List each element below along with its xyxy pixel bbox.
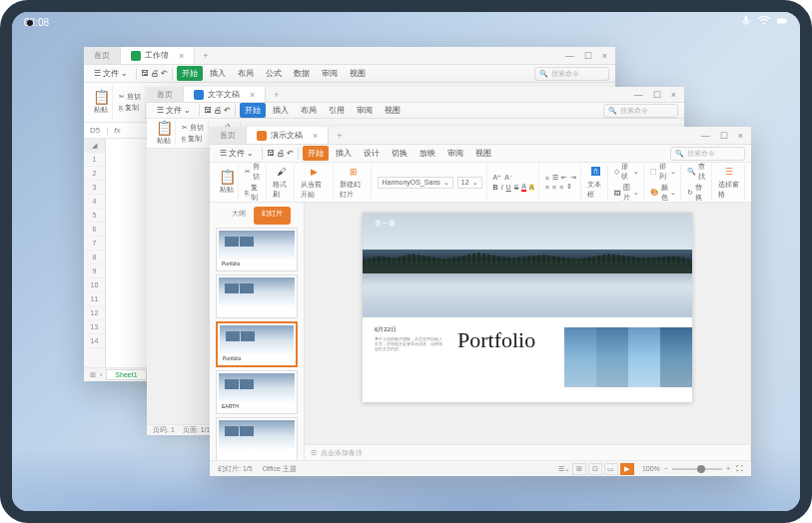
font-smaller-icon[interactable]: A⁻ xyxy=(504,174,513,182)
print-icon[interactable]: 🖨 xyxy=(151,69,159,78)
undo-icon[interactable]: ↶ xyxy=(287,149,294,158)
home-tab[interactable]: 首页 xyxy=(147,87,184,102)
add-tab-icon[interactable]: + xyxy=(266,90,287,100)
slides-tab[interactable]: 幻灯片 xyxy=(254,207,291,225)
undo-icon[interactable]: ↶ xyxy=(161,69,168,78)
outline-tab[interactable]: 大纲 xyxy=(224,207,254,225)
menu-layout[interactable]: 布局 xyxy=(233,66,259,81)
menu-start[interactable]: 开始 xyxy=(177,66,203,81)
zoom-slider[interactable] xyxy=(672,468,722,470)
normal-view-button[interactable]: ⊞ xyxy=(572,463,586,475)
zoom-thumb[interactable] xyxy=(697,465,705,473)
highlight-button[interactable]: A xyxy=(529,184,534,191)
copy-button[interactable]: ⎘ 复制 xyxy=(245,183,262,203)
row-header[interactable]: 10 xyxy=(84,278,105,292)
menu-review[interactable]: 审阅 xyxy=(317,66,343,81)
minimize-button[interactable]: — xyxy=(634,90,643,100)
image-button[interactable]: 🖼 图片⌄ xyxy=(614,183,639,203)
paste-group[interactable]: 📋 粘贴 xyxy=(153,121,176,146)
copy-button[interactable]: ⎘ 复制 xyxy=(119,103,139,113)
print-icon[interactable]: 🖨 xyxy=(277,149,285,158)
new-slide-group[interactable]: ⊞ 新建幻灯片 xyxy=(336,165,373,200)
arrange-button[interactable]: ⬚ 排列⌄ xyxy=(650,162,676,182)
home-tab[interactable]: 首页 xyxy=(84,47,121,64)
save-icon[interactable]: 🖫 xyxy=(204,106,212,115)
menu-layout[interactable]: 布局 xyxy=(296,103,322,118)
file-menu[interactable]: ☰ 文件 ⌄ xyxy=(216,148,258,159)
align-center-icon[interactable]: ≡ xyxy=(552,184,556,191)
zoom-out-button[interactable]: − xyxy=(664,465,668,472)
row-header[interactable]: 12 xyxy=(84,306,105,320)
row-header[interactable]: 2 xyxy=(84,167,105,181)
row-header[interactable]: 3 xyxy=(84,181,105,195)
row-header[interactable]: 13 xyxy=(84,320,105,334)
row-header[interactable]: 9 xyxy=(84,264,105,278)
indent-left-icon[interactable]: ⇤ xyxy=(561,174,567,182)
menu-formula[interactable]: 公式 xyxy=(261,66,287,81)
menu-insert[interactable]: 插入 xyxy=(205,66,231,81)
menu-start[interactable]: 开始 xyxy=(303,146,329,161)
close-button[interactable]: × xyxy=(738,131,743,141)
add-tab-icon[interactable]: + xyxy=(329,131,350,141)
font-size-select[interactable]: 12 ⌄ xyxy=(457,177,482,189)
menu-transition[interactable]: 切换 xyxy=(387,146,412,161)
align-right-icon[interactable]: ≡ xyxy=(559,184,563,191)
document-tab[interactable]: 文字文稿 × xyxy=(184,87,266,102)
menu-reference[interactable]: 引用 xyxy=(324,103,350,118)
search-input[interactable]: 🔍 搜索命令 xyxy=(670,147,745,161)
add-tab-icon[interactable]: + xyxy=(195,51,216,61)
color-button[interactable]: 🎨 颜色⌄ xyxy=(650,183,676,203)
menu-view[interactable]: 视图 xyxy=(380,103,406,118)
titlebar[interactable]: 首页 演示文稿 × + — ☐ × xyxy=(210,127,751,145)
italic-button[interactable]: I xyxy=(501,184,503,191)
file-menu[interactable]: ☰ 文件 ⌄ xyxy=(90,68,132,79)
menu-insert[interactable]: 插入 xyxy=(331,146,357,161)
reading-view-button[interactable]: ▭ xyxy=(604,463,618,475)
presentation-window[interactable]: 首页 演示文稿 × + — ☐ × ☰ 文件 ⌄ 🖫 🖨 ↶ 开始 插入 设计 … xyxy=(210,127,751,476)
row-header[interactable]: 8 xyxy=(84,251,105,264)
menu-insert[interactable]: 插入 xyxy=(268,103,294,118)
fx-icon[interactable]: fx xyxy=(114,126,120,135)
document-tab[interactable]: 演示文稿 × xyxy=(247,127,329,144)
menu-slideshow[interactable]: 放映 xyxy=(414,146,440,161)
maximize-button[interactable]: ☐ xyxy=(653,90,661,100)
close-icon[interactable]: × xyxy=(179,51,184,61)
slide-panel[interactable]: 大纲 幻灯片 PortfolioPortfolioEARTHPortfolio xyxy=(210,203,305,460)
row-header[interactable]: 4 xyxy=(84,195,105,209)
slide-thumbnail[interactable]: Portfolio xyxy=(216,228,298,271)
current-slide[interactable]: 第一章 6月22日 基于灵活的图片模板，从这里开始输入文字，这段地方足够显示描述… xyxy=(363,213,692,402)
line-spacing-icon[interactable]: ⇕ xyxy=(566,183,572,191)
maximize-button[interactable]: ☐ xyxy=(720,131,728,141)
menu-review[interactable]: 审阅 xyxy=(442,146,468,161)
select-pane[interactable]: ☰ 选择窗格 xyxy=(714,165,745,200)
menu-start[interactable]: 开始 xyxy=(240,103,266,118)
list-bullet-icon[interactable]: ≡ xyxy=(545,175,549,182)
menu-data[interactable]: 数据 xyxy=(289,66,315,81)
notes-bar[interactable]: ☰ 点击添加备注 xyxy=(305,444,750,460)
home-tab[interactable]: 首页 xyxy=(210,127,247,144)
slide-thumbnail[interactable] xyxy=(216,274,298,318)
notes-toggle-icon[interactable]: ☰⌄ xyxy=(558,465,570,473)
find-button[interactable]: 🔍 查找 xyxy=(687,162,707,182)
titlebar[interactable]: 首页 文字文稿 × + — ☐ × xyxy=(147,87,684,103)
cut-button[interactable]: ✂ 剪切 xyxy=(245,162,262,182)
paste-group[interactable]: 📋 粘贴 xyxy=(216,165,239,200)
sheet-tab[interactable]: Sheet1 xyxy=(106,369,146,380)
menu-view[interactable]: 视图 xyxy=(345,66,371,81)
slide-thumbnail[interactable]: EARTH xyxy=(216,370,298,414)
menu-view[interactable]: 视图 xyxy=(470,146,496,161)
font-color-button[interactable]: A xyxy=(521,183,526,192)
shape-button[interactable]: ◇ 形状⌄ xyxy=(614,162,639,182)
underline-button[interactable]: U xyxy=(506,184,511,191)
nav-icon[interactable]: › xyxy=(100,371,102,378)
row-header[interactable]: 11 xyxy=(84,292,105,306)
document-tab[interactable]: 工作簿 × xyxy=(121,47,195,64)
format-painter-group[interactable]: 🖌 格式刷 xyxy=(269,165,295,200)
menu-review[interactable]: 审阅 xyxy=(352,103,378,118)
prev-sheet-icon[interactable]: ⊞ xyxy=(90,371,96,379)
select-all-cell[interactable]: ◢ xyxy=(84,139,105,153)
zoom-in-button[interactable]: + xyxy=(726,465,730,472)
minimize-button[interactable]: — xyxy=(565,51,574,61)
row-header[interactable]: 1 xyxy=(84,153,105,167)
row-header[interactable]: 5 xyxy=(84,209,105,223)
